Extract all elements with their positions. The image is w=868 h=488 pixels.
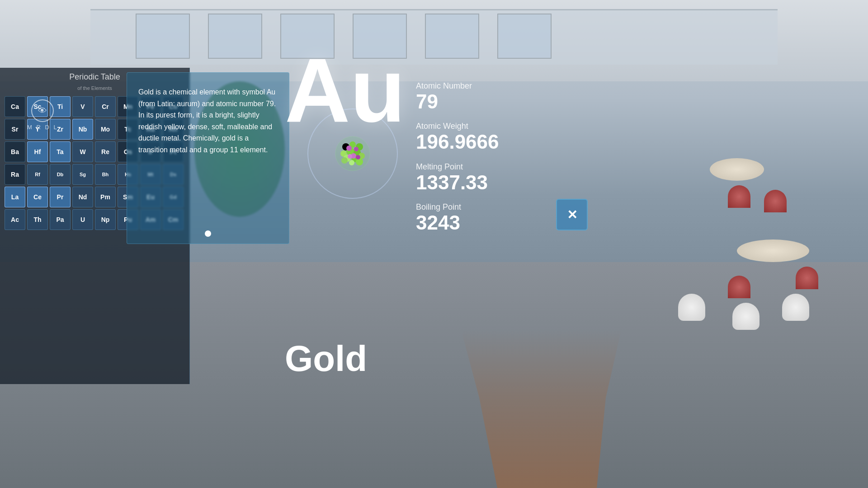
atomic-weight-label: Atomic Weight: [416, 122, 524, 131]
dot-indicator: [205, 230, 211, 237]
atomic-number-label: Atomic Number: [416, 81, 524, 91]
pt-cell-ba[interactable]: Ba: [5, 141, 25, 162]
chair-white: [732, 303, 760, 330]
element-display: Au Gold is a chemical element with symbo…: [127, 72, 533, 298]
table: [737, 239, 809, 262]
pt-cell-mo[interactable]: Mo: [95, 119, 116, 140]
svg-point-13: [346, 145, 352, 151]
melting-point-label: Melting Point: [416, 162, 524, 172]
window: [136, 14, 190, 59]
pt-cell-np[interactable]: Np: [95, 209, 116, 230]
pt-cell-ca[interactable]: Ca: [5, 96, 25, 117]
properties-panel: Atomic Number 79 Atomic Weight 196.9666 …: [407, 72, 533, 243]
pt-cell-bh[interactable]: Bh: [95, 164, 116, 185]
pt-cell-nb[interactable]: Nb: [72, 119, 93, 140]
pt-cell-ac[interactable]: Ac: [5, 209, 25, 230]
logo-area: 👁 M R D L: [27, 99, 58, 131]
boiling-point-label: Boiling Point: [416, 202, 524, 212]
boiling-point-value: 3243: [416, 212, 524, 234]
pt-cell-v[interactable]: V: [72, 96, 93, 117]
close-button[interactable]: ✕: [556, 199, 588, 230]
element-name: Gold: [285, 338, 367, 380]
chair-white: [782, 294, 809, 321]
logo-icon: 👁: [31, 99, 54, 122]
pt-cell-la[interactable]: La: [5, 187, 25, 207]
chair: [728, 276, 750, 298]
melting-point-value: 1337.33: [416, 172, 524, 193]
pt-cell-cr[interactable]: Cr: [95, 96, 116, 117]
pt-cell-th[interactable]: Th: [27, 209, 48, 230]
chair-white: [678, 294, 705, 321]
description-panel: Gold is a chemical element with symbol A…: [127, 72, 289, 244]
svg-point-16: [348, 154, 352, 159]
pt-cell-sg[interactable]: Sg: [72, 164, 93, 185]
chair: [728, 185, 750, 208]
window: [208, 14, 262, 59]
logo-text: M R D L: [27, 124, 58, 131]
atomic-weight-value: 196.9666: [416, 131, 524, 153]
pt-cell-w[interactable]: W: [72, 141, 93, 162]
chair: [764, 190, 787, 212]
pt-cell-u[interactable]: U: [72, 209, 93, 230]
pt-cell-rf[interactable]: Rf: [27, 164, 48, 185]
chair: [796, 267, 818, 289]
element-description: Gold is a chemical element with symbol A…: [138, 86, 278, 156]
window: [497, 14, 552, 59]
svg-point-11: [349, 160, 354, 165]
pt-cell-pr[interactable]: Pr: [50, 187, 71, 207]
pt-cell-pm[interactable]: Pm: [95, 187, 116, 207]
element-symbol: Au: [285, 45, 406, 136]
pt-cell-ra[interactable]: Ra: [5, 164, 25, 185]
pt-cell-sr[interactable]: Sr: [5, 119, 25, 140]
pt-cell-hf[interactable]: Hf: [27, 141, 48, 162]
svg-point-12: [341, 157, 348, 164]
atomic-number-value: 79: [416, 91, 524, 113]
pt-cell-pa[interactable]: Pa: [50, 209, 71, 230]
svg-point-17: [356, 155, 360, 160]
pt-cell-ce[interactable]: Ce: [27, 187, 48, 207]
table: [710, 158, 764, 181]
svg-point-10: [356, 158, 363, 165]
pt-cell-nd[interactable]: Nd: [72, 187, 93, 207]
pt-cell-ta[interactable]: Ta: [50, 141, 71, 162]
pt-cell-re[interactable]: Re: [95, 141, 116, 162]
svg-point-14: [354, 147, 359, 151]
window: [425, 14, 479, 59]
pt-cell-db[interactable]: Db: [50, 164, 71, 185]
